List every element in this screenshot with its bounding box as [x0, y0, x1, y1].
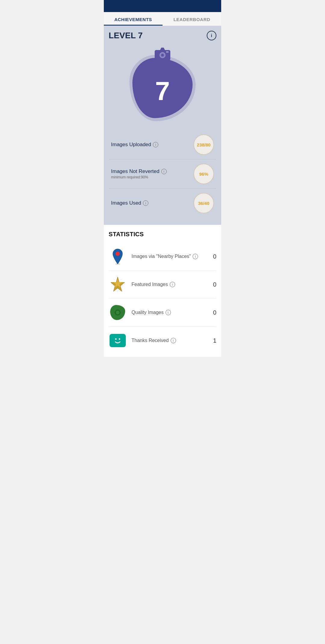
thanks-received-label-area: Thanks Received i [132, 338, 208, 343]
nearby-places-label: Images via "Nearby Places" [132, 254, 191, 259]
info-icon-not-reverted[interactable]: i [161, 169, 167, 174]
quality-images-icon-wrap [109, 303, 127, 322]
stat-item-featured-images: Featured Images i 0 [109, 271, 216, 299]
tab-achievements[interactable]: ACHIEVEMENTS [104, 12, 162, 26]
pin-icon [111, 248, 124, 265]
stat-item-thanks-received: Thanks Received i 1 [109, 327, 216, 354]
level-stats: Images Uploaded i 238/80 Images Not Reve… [109, 130, 216, 218]
face-svg [112, 335, 123, 346]
level-title: LEVEL 7 [109, 31, 143, 40]
stat-badge-images-used: 36/40 [193, 193, 214, 213]
stat-row-images-not-reverted: Images Not Reverted i minimum required:9… [109, 159, 216, 189]
svg-point-3 [161, 54, 164, 56]
thanks-face-icon [110, 334, 126, 347]
green-blob-icon [110, 305, 125, 320]
stat-label-not-reverted: Images Not Reverted [111, 168, 159, 174]
nearby-places-label-area: Images via "Nearby Places" i [132, 254, 208, 259]
svg-rect-14 [112, 335, 123, 346]
stat-item-nearby-places: Images via "Nearby Places" i 0 [109, 243, 216, 271]
quality-images-label: Quality Images [132, 310, 164, 315]
info-icon-thanks[interactable]: i [171, 338, 176, 343]
nearby-places-value: 0 [213, 253, 216, 260]
stat-row-images-uploaded: Images Uploaded i 238/80 [109, 130, 216, 159]
level-section: LEVEL 7 i 7 [104, 26, 221, 225]
featured-images-label: Featured Images [132, 282, 168, 287]
tabs-container: ACHIEVEMENTS LEADERBOARD [104, 12, 221, 26]
stat-sublabel-not-reverted: minimum required:90% [111, 175, 167, 179]
badge-inner-blob: 7 [132, 58, 193, 118]
thanks-received-icon-wrap [109, 331, 127, 350]
featured-images-icon-wrap [109, 275, 127, 294]
statistics-section: STATISTICS Images via "Nearby Places" i … [104, 225, 221, 357]
info-icon-nearby-places[interactable]: i [193, 254, 198, 259]
svg-point-15 [115, 338, 117, 340]
quality-images-label-area: Quality Images i [132, 310, 208, 315]
svg-point-13 [116, 311, 119, 314]
status-bar [104, 0, 221, 12]
info-icon-featured[interactable]: i [170, 282, 175, 287]
quality-images-value: 0 [213, 309, 216, 316]
stat-label-images-used: Images Used [111, 200, 141, 206]
tab-leaderboard[interactable]: LEADERBOARD [162, 12, 221, 26]
svg-rect-4 [166, 51, 169, 53]
star-icon [110, 276, 126, 293]
thanks-received-value: 1 [213, 337, 216, 344]
stat-badge-images-uploaded: 238/80 [193, 134, 214, 155]
stat-badge-not-reverted: 96% [193, 164, 214, 184]
svg-point-16 [119, 338, 120, 340]
blob-inner-icon [113, 308, 122, 317]
level-info-button[interactable]: i [207, 31, 216, 40]
info-icon-uploaded[interactable]: i [153, 142, 158, 147]
info-icon-quality[interactable]: i [166, 310, 171, 315]
featured-images-label-area: Featured Images i [132, 282, 208, 287]
thanks-received-label: Thanks Received [132, 338, 169, 343]
nearby-places-icon-wrap [109, 247, 127, 265]
stat-item-quality-images: Quality Images i 0 [109, 299, 216, 327]
stat-row-images-used: Images Used i 36/40 [109, 189, 216, 218]
svg-point-5 [116, 252, 120, 256]
level-header: LEVEL 7 i [109, 31, 216, 40]
camera-icon [153, 46, 172, 62]
svg-point-6 [115, 263, 120, 265]
level-number-badge: 7 [155, 78, 170, 104]
featured-images-value: 0 [213, 281, 216, 288]
info-icon-images-used[interactable]: i [143, 200, 148, 206]
badge-container: 7 [109, 43, 216, 130]
badge-outer-blob: 7 [129, 55, 196, 121]
stat-label-images-uploaded: Images Uploaded [111, 142, 151, 148]
statistics-title: STATISTICS [109, 231, 216, 238]
